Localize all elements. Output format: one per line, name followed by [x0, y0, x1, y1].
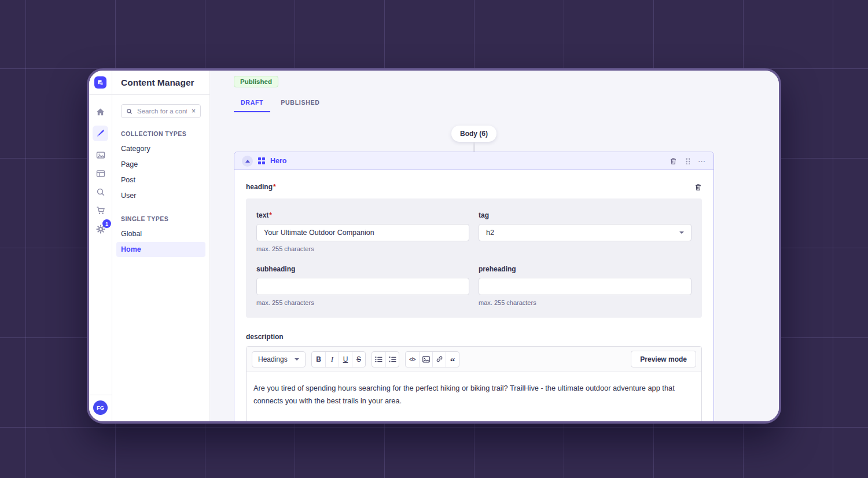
required-marker: *: [273, 183, 276, 191]
preheading-input[interactable]: [479, 278, 692, 295]
caret-up-icon: [245, 160, 250, 163]
editor-toolbar: Headings B I U S: [247, 347, 701, 372]
heading-component-group: text* max. 255 characters tag h2: [246, 198, 702, 318]
chip-connector-line: [473, 142, 475, 152]
search-input[interactable]: [136, 107, 188, 115]
sidebar-item-user[interactable]: User: [116, 188, 205, 203]
status-badge: Published: [234, 76, 278, 87]
component-grid-icon: [258, 157, 265, 164]
headings-dropdown-value: Headings: [258, 355, 288, 363]
link-button[interactable]: [432, 352, 446, 367]
code-button[interactable]: </>: [406, 352, 419, 367]
description-label: description: [246, 333, 284, 341]
tag-field: tag h2: [479, 209, 692, 252]
search-icon[interactable]: [95, 187, 105, 197]
pen-icon: [95, 128, 105, 138]
tag-select[interactable]: h2: [479, 224, 692, 241]
image-button[interactable]: [419, 352, 432, 367]
image-icon: [422, 356, 430, 363]
sidebar-item-global[interactable]: Global: [116, 226, 205, 241]
hero-component-body: heading* text* max. 255 characters tag: [234, 170, 713, 421]
home-icon[interactable]: [95, 107, 105, 117]
text-field: text* max. 255 characters: [256, 209, 469, 252]
nav-rail: 1 FG: [89, 71, 112, 421]
italic-button[interactable]: I: [325, 352, 339, 367]
subheading-hint: max. 255 characters: [256, 299, 469, 306]
sidebar-item-post[interactable]: Post: [116, 172, 205, 187]
rail-footer: FG: [89, 395, 112, 421]
rail-header: [89, 71, 112, 95]
heading-field-row: heading*: [246, 183, 702, 191]
body-field-chip[interactable]: Body (6): [451, 126, 496, 142]
sidebar-item-page[interactable]: Page: [116, 157, 205, 172]
collapse-button[interactable]: [242, 156, 253, 167]
chevron-down-icon: [679, 231, 684, 234]
format-button-group: B I U S: [311, 351, 366, 367]
sidebar-item-home[interactable]: Home: [116, 242, 205, 257]
bullet-list-button[interactable]: [372, 352, 385, 367]
subheading-label: subheading: [256, 265, 295, 273]
bullet-list-icon: [375, 356, 382, 363]
content-manager-sidebar: Content Manager × COLLECTION TYPES Categ…: [112, 71, 210, 421]
blockquote-button[interactable]: “: [446, 352, 459, 367]
user-avatar[interactable]: FG: [93, 400, 108, 415]
text-input[interactable]: [256, 224, 469, 241]
media-library-icon[interactable]: [95, 150, 105, 160]
body-chip-wrap: Body (6): [234, 126, 714, 152]
tag-select-value: h2: [486, 229, 494, 237]
sidebar-title: Content Manager: [112, 71, 209, 95]
layout-builder-icon[interactable]: [95, 168, 105, 178]
main-content: Published DRAFT PUBLISHED Body (6) Hero …: [210, 71, 779, 421]
insert-button-group: </> “: [405, 351, 459, 367]
preheading-field: preheading max. 255 characters: [479, 263, 692, 306]
component-title: Hero: [270, 157, 286, 165]
edit-column: Body (6) Hero ⋯ heading*: [234, 126, 714, 421]
tag-label: tag: [479, 211, 489, 219]
description-editor-content[interactable]: Are you tired of spending hours searchin…: [247, 372, 701, 418]
more-options-icon[interactable]: ⋯: [698, 157, 706, 165]
strikethrough-button[interactable]: S: [352, 352, 365, 367]
headings-dropdown[interactable]: Headings: [252, 351, 306, 367]
settings-notification-badge: 1: [102, 219, 111, 228]
tab-draft[interactable]: DRAFT: [234, 99, 270, 112]
chevron-down-icon: [295, 358, 299, 361]
marketplace-cart-icon[interactable]: [95, 205, 105, 215]
preview-mode-button[interactable]: Preview mode: [631, 351, 696, 367]
collection-types-label: COLLECTION TYPES: [121, 130, 201, 137]
settings-item[interactable]: 1: [95, 224, 105, 234]
delete-heading-icon[interactable]: [694, 183, 702, 191]
underline-button[interactable]: U: [339, 352, 352, 367]
tab-published[interactable]: PUBLISHED: [274, 99, 326, 112]
preheading-hint: max. 255 characters: [479, 299, 692, 306]
search-box[interactable]: ×: [121, 104, 201, 118]
app-window: 1 FG Content Manager × COLLECTION TYPES …: [87, 68, 781, 424]
ordered-list-icon: [389, 356, 396, 363]
strapi-logo-icon[interactable]: [94, 76, 106, 89]
required-marker: *: [269, 211, 272, 219]
link-icon: [436, 355, 443, 363]
description-field: description Headings B I U: [246, 331, 702, 421]
bold-button[interactable]: B: [312, 352, 325, 367]
sidebar-item-category[interactable]: Category: [116, 141, 205, 156]
text-label: text*: [256, 211, 272, 219]
sidebar-body: × COLLECTION TYPES Category Page Post Us…: [112, 95, 209, 266]
content-manager-nav-active[interactable]: [93, 126, 108, 141]
version-tabs: DRAFT PUBLISHED: [234, 99, 779, 112]
subheading-input[interactable]: [256, 278, 469, 295]
collection-types-list: Category Page Post User: [121, 141, 201, 203]
heading-label: heading*: [246, 183, 276, 191]
single-types-list: Global Home: [121, 226, 201, 257]
preheading-label: preheading: [479, 265, 516, 273]
hero-component-header[interactable]: Hero ⋯: [234, 152, 713, 170]
ordered-list-button[interactable]: [385, 352, 399, 367]
clear-search-icon[interactable]: ×: [192, 108, 196, 115]
hero-component-panel: Hero ⋯ heading* text*: [234, 152, 714, 421]
subheading-field: subheading max. 255 characters: [256, 263, 469, 306]
search-input-icon: [126, 108, 133, 115]
component-actions: ⋯: [670, 157, 706, 165]
drag-handle-icon[interactable]: [685, 157, 690, 164]
richtext-editor: Headings B I U S: [246, 346, 702, 421]
list-button-group: [372, 351, 399, 367]
rail-nav: 1: [93, 107, 108, 234]
delete-component-icon[interactable]: [670, 157, 677, 165]
